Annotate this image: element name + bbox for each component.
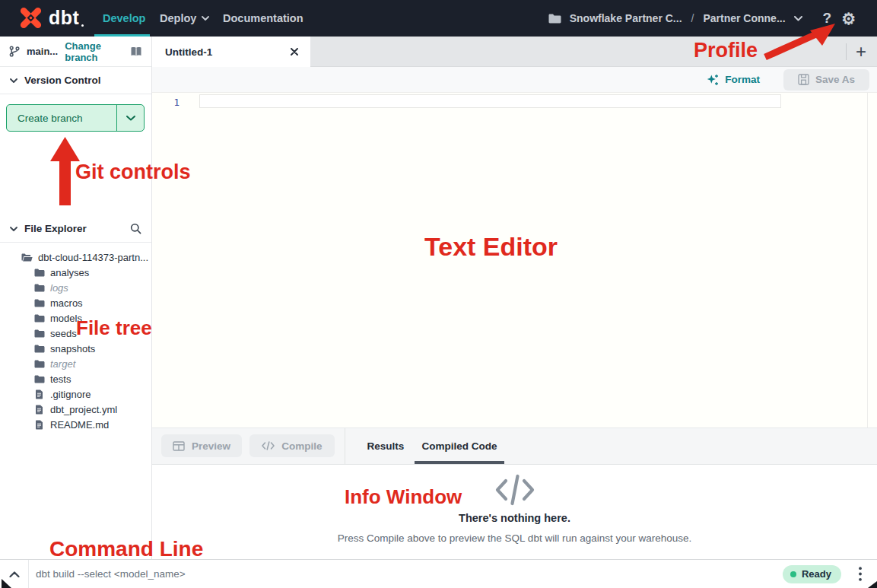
preview-button[interactable]: Preview <box>161 434 242 457</box>
sidebar: main... Change branch Version Control Cr… <box>0 37 152 559</box>
tree-item-target[interactable]: target <box>0 356 151 371</box>
tree-item-label: analyses <box>50 267 89 278</box>
folder-icon <box>33 360 45 368</box>
top-nav: dbt Develop Deploy Documentation Snowfla… <box>0 0 877 37</box>
dbt-logo-icon <box>18 5 43 30</box>
tree-item-dbt-cloud-114373-partn[interactable]: dbt-cloud-114373-partn... <box>0 250 151 265</box>
change-branch-link[interactable]: Change branch <box>65 40 123 63</box>
nav-tab-documentation[interactable]: Documentation <box>223 0 303 37</box>
command-input[interactable] <box>29 560 783 588</box>
search-icon[interactable] <box>130 223 141 234</box>
status-label: Ready <box>802 568 831 580</box>
folder-icon <box>33 299 45 307</box>
empty-state-title: There's nothing here. <box>152 512 877 524</box>
tree-item-gitignore[interactable]: .gitignore <box>0 386 151 402</box>
tree-item-dbt-project-yml[interactable]: dbt_project.yml <box>0 402 151 417</box>
file-tree: dbt-cloud-114373-partn...analyseslogsmac… <box>0 250 151 432</box>
status-badge: Ready <box>783 565 841 583</box>
folder-icon <box>33 329 45 338</box>
file-icon <box>33 420 45 430</box>
breadcrumb-account[interactable]: Snowflake Partner C... <box>570 12 682 24</box>
preview-label: Preview <box>192 440 230 452</box>
new-tab-button[interactable]: + <box>850 37 872 67</box>
tab-results[interactable]: Results <box>360 428 411 464</box>
text-editor[interactable]: 1 <box>152 93 877 427</box>
results-panel-header: Preview Compile Results Compiled Code <box>152 427 877 465</box>
tree-item-analyses[interactable]: analyses <box>0 265 151 280</box>
create-branch-label[interactable]: Create branch <box>7 105 116 131</box>
nav-right-group: Snowflake Partner C... / Partner Conne..… <box>548 0 856 37</box>
code-icon <box>495 474 535 509</box>
info-window: There's nothing here. Press Compile abov… <box>152 465 877 559</box>
chevron-down-icon[interactable] <box>794 16 802 21</box>
dbt-logo[interactable]: dbt <box>18 5 84 30</box>
tree-item-logs[interactable]: logs <box>0 280 151 295</box>
tab-untitled-1[interactable]: Untitled-1 <box>152 37 310 67</box>
breadcrumb-project[interactable]: Partner Conne... <box>703 12 785 24</box>
version-control-title: Version Control <box>24 75 101 86</box>
chevron-up-icon[interactable] <box>0 560 28 588</box>
tree-item-label: macros <box>50 297 83 309</box>
tree-item-label: logs <box>50 282 68 294</box>
current-branch-label: main... <box>27 46 58 57</box>
create-branch-button[interactable]: Create branch <box>6 104 145 132</box>
file-explorer-header[interactable]: File Explorer <box>0 215 151 243</box>
compile-button[interactable]: Compile <box>249 434 335 457</box>
chevron-down-icon <box>202 16 209 21</box>
dbt-logo-text: dbt <box>49 7 79 29</box>
tab-title: Untitled-1 <box>165 46 212 58</box>
format-button[interactable]: Format <box>707 74 760 86</box>
folder-icon <box>548 14 561 24</box>
sparkle-icon <box>707 74 719 86</box>
format-label: Format <box>725 74 760 85</box>
tree-item-macros[interactable]: macros <box>0 295 151 310</box>
dbt-logo-trademark-dot <box>81 24 84 27</box>
folder-icon <box>33 269 45 277</box>
git-branch-icon <box>9 46 20 57</box>
tree-item-label: README.md <box>50 419 109 431</box>
nav-menu-deploy[interactable]: Deploy <box>160 0 209 37</box>
gear-icon[interactable]: ⚙ <box>841 11 856 27</box>
command-line-bar: Ready <box>0 559 877 588</box>
tree-item-label: dbt-cloud-114373-partn... <box>38 252 148 263</box>
table-icon <box>173 441 185 451</box>
close-icon[interactable] <box>288 46 300 58</box>
tree-item-models[interactable]: models <box>0 310 151 326</box>
tree-item-label: target <box>50 358 75 370</box>
save-as-button[interactable]: Save As <box>783 69 869 91</box>
breadcrumb-separator: / <box>691 12 695 24</box>
book-icon[interactable] <box>130 46 142 57</box>
tree-item-seeds[interactable]: seeds <box>0 326 151 341</box>
chevron-down-icon <box>10 78 17 83</box>
tabbar-divider <box>846 43 847 60</box>
version-control-header[interactable]: Version Control <box>0 67 151 94</box>
active-line-highlight[interactable] <box>199 94 781 108</box>
folder-icon <box>33 284 45 292</box>
dbt-cloud-ide: dbt Develop Deploy Documentation Snowfla… <box>0 0 877 588</box>
editor-toolbar: Format Save As <box>152 67 877 93</box>
tree-item-readme-md[interactable]: README.md <box>0 417 151 432</box>
nav-tab-develop[interactable]: Develop <box>103 0 145 37</box>
tree-item-label: snapshots <box>50 343 95 354</box>
branch-row: main... Change branch <box>0 37 151 67</box>
kebab-menu-icon[interactable] <box>850 560 870 588</box>
panel-divider <box>345 428 345 464</box>
folder-icon <box>33 314 45 323</box>
line-number: 1 <box>169 97 180 108</box>
tab-compiled-code[interactable]: Compiled Code <box>415 428 504 464</box>
tree-item-tests[interactable]: tests <box>0 371 151 386</box>
tree-item-snapshots[interactable]: snapshots <box>0 341 151 356</box>
file-explorer-title: File Explorer <box>24 223 87 234</box>
editor-right-gutter <box>867 93 868 427</box>
tree-item-label: tests <box>50 373 71 385</box>
file-icon <box>33 389 45 399</box>
floppy-icon <box>798 74 809 85</box>
empty-state-subtitle: Press Compile above to preview the SQL d… <box>152 532 877 544</box>
create-branch-dropdown[interactable] <box>116 105 144 131</box>
help-icon[interactable]: ? <box>823 10 832 27</box>
folder-icon <box>33 375 45 383</box>
status-dot <box>790 571 796 577</box>
tree-item-label: models <box>50 313 82 324</box>
save-as-label: Save As <box>815 74 855 85</box>
editor-tab-bar: Untitled-1 + <box>152 37 877 67</box>
